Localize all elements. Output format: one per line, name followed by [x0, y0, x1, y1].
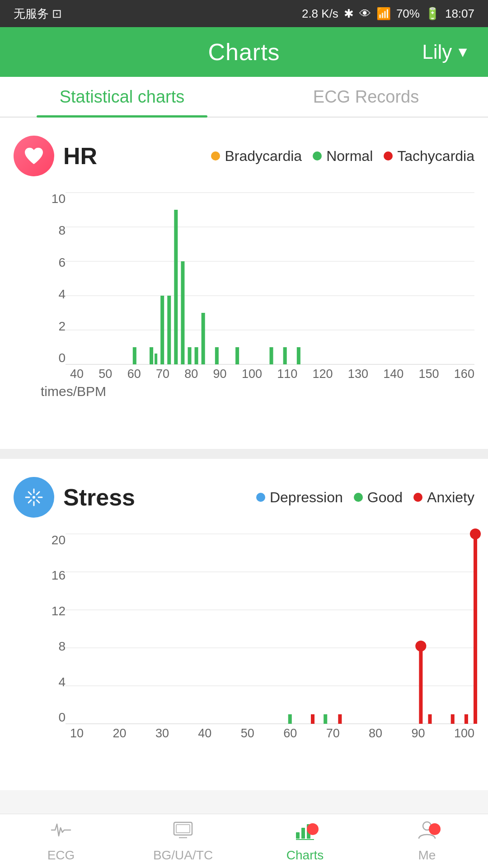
depression-dot: [256, 493, 265, 502]
stress-y-20: 20: [41, 534, 66, 547]
nav-charts[interactable]: Charts: [244, 814, 366, 868]
signal-text: 2.8 K/s: [302, 7, 338, 21]
stress-y-0: 0: [41, 711, 66, 724]
svg-rect-12: [188, 347, 191, 364]
stress-y-12: 12: [41, 605, 66, 618]
svg-line-26: [28, 492, 31, 495]
hr-x-130: 130: [348, 367, 368, 381]
eye-icon: 👁: [359, 7, 371, 21]
svg-rect-39: [338, 714, 342, 724]
stress-x-90: 90: [412, 726, 425, 741]
svg-rect-37: [311, 714, 314, 724]
stress-svg-chart: [66, 534, 474, 724]
svg-rect-15: [215, 347, 219, 364]
svg-rect-17: [155, 354, 157, 364]
svg-rect-19: [283, 347, 287, 364]
tab-ecg-records[interactable]: ECG Records: [244, 77, 488, 117]
nav-me[interactable]: Me: [366, 814, 488, 868]
stress-x-70: 70: [326, 726, 340, 741]
chevron-down-icon: ▼: [455, 44, 470, 61]
nav-ecg[interactable]: ECG: [0, 814, 122, 868]
monitor-icon: [173, 820, 193, 845]
hr-y-2: 2: [41, 320, 66, 333]
hr-x-70: 70: [156, 367, 169, 381]
svg-rect-7: [150, 347, 153, 364]
stress-legend-depression: Depression: [256, 489, 343, 506]
stress-title: Stress: [63, 484, 135, 511]
hr-x-110: 110: [277, 367, 297, 381]
stress-x-20: 20: [113, 726, 126, 741]
svg-rect-18: [269, 347, 273, 364]
stress-legend-anxiety: Anxiety: [413, 489, 474, 506]
hr-x-140: 140: [383, 367, 404, 381]
svg-rect-47: [174, 822, 192, 835]
svg-rect-48: [176, 825, 190, 833]
charts-badge: [307, 823, 319, 835]
svg-rect-40: [419, 648, 422, 724]
stress-y-16: 16: [41, 569, 66, 582]
tachycardia-label: Tachycardia: [397, 148, 474, 165]
tab-ecg-label: ECG Records: [313, 87, 419, 107]
good-label: Good: [367, 489, 403, 506]
bottom-nav: ECG BG/UA/TC Charts: [0, 814, 488, 868]
svg-rect-9: [167, 296, 171, 364]
stress-x-80: 80: [369, 726, 382, 741]
svg-point-45: [415, 641, 426, 651]
svg-rect-52: [301, 828, 305, 839]
stress-chart-section: Stress Depression Good Anxiety: [0, 459, 488, 790]
svg-line-28: [37, 492, 39, 495]
svg-point-46: [470, 528, 481, 539]
svg-rect-44: [474, 534, 477, 724]
svg-rect-11: [181, 261, 184, 364]
hr-x-80: 80: [184, 367, 198, 381]
stress-x-30: 30: [155, 726, 169, 741]
hr-x-60: 60: [127, 367, 141, 381]
svg-rect-43: [465, 714, 468, 724]
bradycardia-label: Bradycardia: [225, 148, 302, 165]
tab-statistical-charts[interactable]: Statistical charts: [0, 77, 244, 117]
hr-x-150: 150: [419, 367, 439, 381]
hr-y-6: 6: [41, 256, 66, 269]
hr-chart-area: 0 2 4 6 8 10: [14, 193, 474, 435]
user-name: Lily: [422, 41, 452, 63]
app-title: Charts: [208, 38, 280, 66]
battery-icon: 🔋: [425, 7, 440, 21]
bluetooth-icon: ✱: [344, 7, 354, 21]
bradycardia-dot: [211, 151, 220, 160]
svg-rect-51: [296, 832, 300, 839]
good-dot: [354, 493, 363, 502]
svg-rect-6: [133, 347, 136, 364]
stress-x-60: 60: [283, 726, 297, 741]
nav-bgua[interactable]: BG/UA/TC: [122, 814, 244, 868]
nav-bgua-label: BG/UA/TC: [153, 848, 213, 863]
svg-rect-10: [174, 210, 178, 364]
hr-x-90: 90: [213, 367, 227, 381]
stress-y-8: 8: [41, 640, 66, 653]
stress-y-4: 4: [41, 676, 66, 689]
anxiety-dot: [413, 493, 422, 502]
hr-svg-chart: [66, 193, 474, 364]
nav-me-label: Me: [418, 848, 436, 863]
hr-x-50: 50: [99, 367, 112, 381]
svg-rect-13: [195, 347, 198, 364]
svg-rect-8: [160, 296, 164, 364]
status-bar: 无服务 ⊡ 2.8 K/s ✱ 👁 📶 70% 🔋 18:07: [0, 0, 488, 27]
stress-legend-good: Good: [354, 489, 403, 506]
hr-unit: times/BPM: [41, 384, 474, 399]
user-selector[interactable]: Lily ▼: [422, 41, 470, 63]
hr-y-0: 0: [41, 352, 66, 364]
hr-x-160: 160: [454, 367, 474, 381]
svg-rect-38: [324, 714, 327, 724]
hr-x-40: 40: [70, 367, 84, 381]
hr-y-10: 10: [41, 193, 66, 205]
section-separator: [0, 449, 488, 459]
tab-statistical-label: Statistical charts: [60, 87, 185, 107]
main-content: HR Bradycardia Normal Tachycardia: [0, 118, 488, 844]
me-badge: [429, 823, 441, 835]
status-right: 2.8 K/s ✱ 👁 📶 70% 🔋 18:07: [302, 7, 474, 21]
hr-legend-tachycardia: Tachycardia: [384, 148, 474, 165]
normal-dot: [313, 151, 322, 160]
hr-chart-header: HR Bradycardia Normal Tachycardia: [14, 136, 474, 176]
stress-x-10: 10: [70, 726, 84, 741]
stress-legend: Depression Good Anxiety: [256, 489, 474, 506]
